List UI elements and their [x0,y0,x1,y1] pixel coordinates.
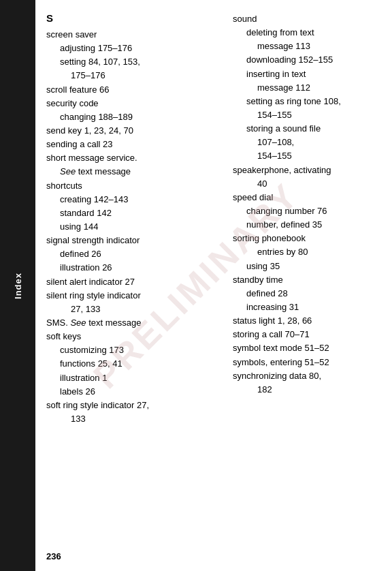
content-area: S screen saver adjusting 175–176 setting… [35,0,392,571]
page-container: Index S screen saver adjusting 175–176 s… [0,0,392,571]
list-item: 133 [46,412,222,426]
list-item: See text message [46,165,222,179]
list-item: defined 28 [233,287,382,300]
list-item: customizing 173 [46,343,222,357]
list-item: increasing 31 [233,300,382,314]
list-item: shortcuts [46,179,222,193]
sidebar-label: Index [13,273,23,299]
list-item: speed dial [233,191,382,204]
left-column: S screen saver adjusting 175–176 setting… [46,12,229,559]
list-item: 27, 133 [46,303,222,316]
list-item: SMS. See text message [46,316,222,330]
list-item: downloading 152–155 [233,53,382,67]
list-item: soft keys [46,330,222,343]
list-item: symbols, entering 51–52 [233,356,382,369]
list-item: standby time [233,273,382,287]
list-item: synchronizing data 80, [233,369,382,383]
list-item: soft ring style indicator 27, [46,399,222,412]
list-item: entries by 80 [233,245,382,259]
list-item: illustration 1 [46,371,222,385]
list-item: sorting phonebook [233,232,382,245]
list-item: defined 26 [46,247,222,261]
list-item: functions 25, 41 [46,357,222,371]
list-item: storing a call 70–71 [233,328,382,341]
list-item: inserting in text [233,67,382,81]
list-item: silent alert indicator 27 [46,275,222,289]
list-item: 175–176 [46,69,222,82]
list-item: short message service. [46,151,222,165]
list-item: symbol text mode 51–52 [233,341,382,355]
list-item: screen saver [46,28,222,42]
list-item: creating 142–143 [46,193,222,206]
list-item: using 35 [233,260,382,273]
list-item: adjusting 175–176 [46,42,222,55]
list-item: send key 1, 23, 24, 70 [46,124,222,138]
list-item: setting as ring tone 108, [233,95,382,108]
list-item: 182 [233,383,382,397]
sidebar: Index [0,0,35,571]
list-item: 107–108, [233,136,382,149]
page-footer: 236 [35,551,61,561]
list-item: setting 84, 107, 153, [46,55,222,69]
list-item: message 113 [233,40,382,53]
section-word: sound [233,12,382,26]
list-item: security code [46,97,222,110]
list-item: illustration 26 [46,261,222,275]
list-item: using 144 [46,220,222,234]
list-item: standard 142 [46,206,222,220]
list-item: scroll feature 66 [46,83,222,97]
list-item: status light 1, 28, 66 [233,314,382,328]
list-item: 154–155 [233,108,382,122]
list-item: changing number 76 [233,204,382,218]
list-item: speakerphone, activating [233,164,382,177]
section-header-s: S [46,12,222,24]
list-item: storing a sound file [233,122,382,136]
list-item: deleting from text [233,26,382,40]
list-item: number, defined 35 [233,218,382,232]
right-column: sound deleting from text message 113 dow… [229,12,382,559]
list-item: labels 26 [46,385,222,399]
page-number: 236 [46,551,61,561]
list-item: 154–155 [233,149,382,163]
list-item: signal strength indicator [46,234,222,247]
list-item: silent ring style indicator [46,289,222,303]
list-item: sending a call 23 [46,138,222,151]
list-item: 40 [233,177,382,191]
list-item: message 112 [233,81,382,95]
list-item: changing 188–189 [46,110,222,124]
